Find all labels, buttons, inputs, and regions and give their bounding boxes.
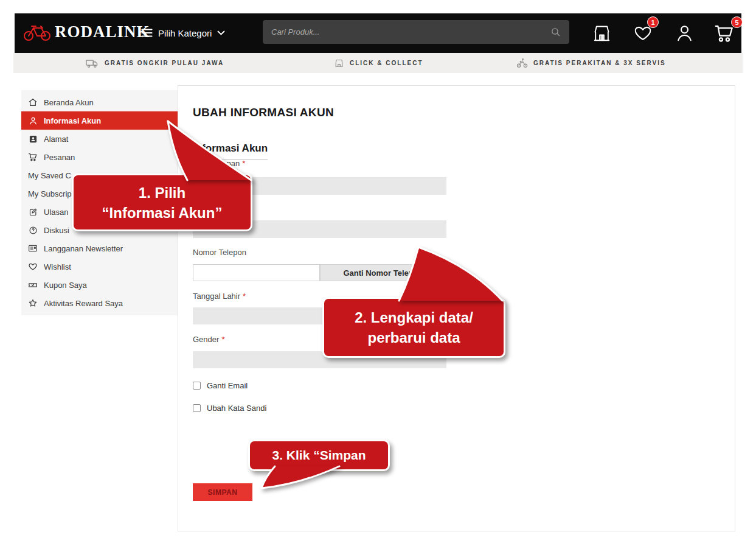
callout-step-3-line-1: 3. Klik “Simpan xyxy=(250,441,388,469)
store-icon xyxy=(592,23,612,43)
category-menu-button[interactable]: Pilih Kategori xyxy=(141,24,225,41)
change-password-label: Ubah Kata Sandi xyxy=(207,404,266,413)
person-icon xyxy=(675,23,695,43)
first-name-label: Depan* xyxy=(217,159,245,168)
store-locator-button[interactable] xyxy=(589,20,614,46)
change-email-checkbox-row[interactable]: Ganti Email xyxy=(193,381,248,390)
search-icon[interactable] xyxy=(550,27,561,37)
sidebar-item-label: Pesanan xyxy=(44,153,75,162)
logo[interactable]: RODALINK xyxy=(23,23,150,41)
logo-text: RODALINK xyxy=(55,23,150,41)
cyclist-icon xyxy=(516,58,528,68)
id-card-icon xyxy=(28,134,38,144)
benefit-label: GRATIS ONGKIR PULAU JAWA xyxy=(105,60,224,66)
newspaper-icon xyxy=(28,243,38,253)
home-icon xyxy=(28,97,38,107)
edit-icon xyxy=(28,207,38,217)
change-email-checkbox[interactable] xyxy=(193,382,201,390)
callout-step-2-line-1: 2. Lengkapi data/ xyxy=(324,307,504,327)
sidebar-item-label: Informasi Akun xyxy=(44,116,101,125)
sidebar-item-kupon-saya[interactable]: Kupon Saya xyxy=(21,276,180,294)
sidebar-item-label: Wishlist xyxy=(44,262,71,271)
sidebar-item-beranda-akun[interactable]: Beranda Akun xyxy=(21,93,180,111)
wishlist-badge: 1 xyxy=(647,16,659,28)
sidebar-item-label: Ulasan xyxy=(44,208,68,217)
hamburger-icon xyxy=(141,28,153,38)
save-button[interactable]: SIMPAN xyxy=(193,483,252,501)
gender-label: Gender* xyxy=(193,335,224,344)
birthdate-label: Tanggal Lahir* xyxy=(193,292,246,301)
change-phone-button[interactable]: Ganti Nomor Telepon xyxy=(320,264,446,281)
sidebar-item-wishlist[interactable]: Wishlist xyxy=(21,257,180,276)
top-header: RODALINK Pilih Kategori xyxy=(15,13,741,53)
heart-icon xyxy=(28,262,38,271)
sidebar-item-pesanan[interactable]: Pesanan xyxy=(21,148,180,166)
sidebar-item-aktivitas-reward[interactable]: Aktivitas Reward Saya xyxy=(21,294,180,312)
callout-step-3: 3. Klik “Simpan xyxy=(248,439,390,471)
ticket-icon xyxy=(28,280,38,290)
benefit-free-shipping: GRATIS ONGKIR PULAU JAWA xyxy=(85,53,224,73)
cart-icon xyxy=(28,152,38,162)
sidebar-item-label: Alamat xyxy=(44,135,68,144)
account-button[interactable] xyxy=(671,20,697,46)
change-password-checkbox[interactable] xyxy=(193,404,201,412)
bike-logo-icon xyxy=(23,23,51,41)
phone-label: Nomor Telepon xyxy=(193,248,246,257)
search-bar xyxy=(263,20,569,44)
sidebar-item-label: Langganan Newsletter xyxy=(44,244,123,253)
sidebar-item-label: Kupon Saya xyxy=(44,281,87,290)
storefront-icon xyxy=(334,58,344,68)
star-icon xyxy=(28,298,38,308)
sidebar-item-label: My Saved C xyxy=(28,171,71,180)
category-menu-label: Pilih Kategori xyxy=(158,28,212,38)
sidebar-item-label: Aktivitas Reward Saya xyxy=(44,299,123,308)
benefit-free-assembly: GRATIS PERAKITAN & 3X SERVIS xyxy=(516,53,666,73)
phone-input[interactable] xyxy=(193,264,320,281)
callout-step-1-line-1: 1. Pilih xyxy=(74,183,251,203)
sidebar-item-alamat[interactable]: Alamat xyxy=(21,130,180,148)
required-asterisk: * xyxy=(221,335,224,344)
chevron-down-icon xyxy=(217,30,225,36)
sidebar-item-label: Beranda Akun xyxy=(44,98,94,107)
benefits-bar: GRATIS ONGKIR PULAU JAWA CLICK & COLLECT… xyxy=(13,53,743,73)
sidebar-item-langganan-newsletter[interactable]: Langganan Newsletter xyxy=(21,239,180,257)
callout-step-2: 2. Lengkapi data/ perbarui data xyxy=(322,297,505,358)
user-icon xyxy=(28,116,38,125)
page-title: UBAH INFORMASI AKUN xyxy=(193,106,334,119)
callout-step-1: 1. Pilih “Informasi Akun” xyxy=(72,173,252,231)
callout-step-1-line-2: “Informasi Akun” xyxy=(74,203,251,223)
cart-badge: 5 xyxy=(731,16,743,28)
required-asterisk: * xyxy=(243,292,246,301)
benefit-label: CLICK & COLLECT xyxy=(350,60,423,66)
truck-icon xyxy=(85,58,99,69)
required-asterisk: * xyxy=(242,159,245,168)
change-email-label: Ganti Email xyxy=(207,381,248,390)
section-title: Informasi Akun xyxy=(193,142,268,159)
sidebar-item-informasi-akun[interactable]: Informasi Akun xyxy=(21,111,180,130)
change-password-checkbox-row[interactable]: Ubah Kata Sandi xyxy=(193,404,266,413)
search-input[interactable] xyxy=(263,27,550,37)
benefit-label: GRATIS PERAKITAN & 3X SERVIS xyxy=(533,60,666,66)
sidebar-item-label: Diskusi xyxy=(44,226,69,235)
callout-step-2-line-2: perbarui data xyxy=(324,327,504,348)
benefit-click-collect: CLICK & COLLECT xyxy=(334,53,423,73)
question-icon xyxy=(28,225,38,235)
sidebar-item-label: My Subscrip xyxy=(28,189,72,198)
